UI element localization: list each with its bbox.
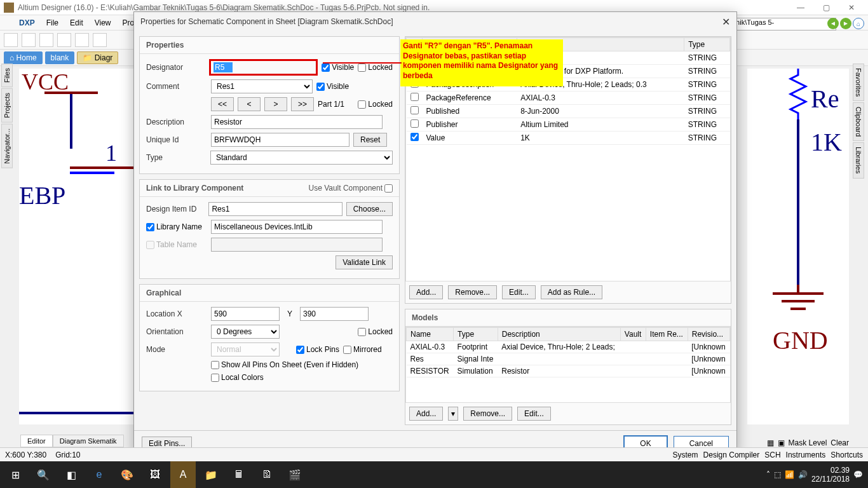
param-add-button[interactable]: Add...	[409, 285, 443, 299]
path-combo[interactable]: Teknik\Tugas 5-	[722, 18, 836, 30]
side-tab-projects[interactable]: Projects	[1, 88, 13, 123]
tray-notifications-icon[interactable]: 💬	[853, 470, 863, 479]
menu-view[interactable]: View	[90, 17, 116, 29]
table-row[interactable]: PackageReferenceAXIAL-0.3STRING	[407, 92, 730, 105]
toolbar-pan-icon[interactable]	[93, 33, 107, 47]
table-row[interactable]: Published8-Jun-2000STRING	[407, 105, 730, 118]
dialog-close-icon[interactable]: ✕	[722, 16, 730, 28]
show-all-pins-check[interactable]: Show All Pins On Sheet (Even if Hidden)	[211, 360, 358, 369]
tray-wifi-icon[interactable]: 📶	[785, 470, 794, 479]
schematic-canvas-left[interactable]: VCC 1 EBP	[19, 69, 133, 424]
row-visible-check[interactable]	[410, 133, 419, 141]
library-name-check[interactable]: Library Name	[146, 222, 207, 231]
part-last-button[interactable]: >>	[291, 97, 314, 111]
edge-icon[interactable]: e	[86, 461, 112, 488]
search-icon[interactable]: 🔍	[31, 461, 56, 488]
tab-diagram[interactable]: Diagram Skematik	[53, 435, 124, 447]
tray-action-icon[interactable]: ⬚	[774, 470, 781, 479]
validate-link-button[interactable]: Validate Link	[336, 255, 393, 269]
menu-edit[interactable]: Edit	[65, 17, 88, 29]
model-edit-button[interactable]: Edit...	[517, 407, 551, 421]
table-row[interactable]: PublisherAltium LimitedSTRING	[407, 118, 730, 132]
side-tab-libraries[interactable]: Libraries	[853, 142, 864, 178]
design-item-id-input[interactable]	[208, 202, 342, 216]
row-visible-check[interactable]	[410, 93, 419, 101]
choose-button[interactable]: Choose...	[346, 202, 393, 216]
model-remove-button[interactable]: Remove...	[463, 407, 512, 421]
nav-back-icon[interactable]: ◄	[827, 18, 839, 29]
side-tab-favorites[interactable]: Favorites	[853, 64, 864, 101]
toolbar-new-icon[interactable]	[4, 33, 18, 47]
side-tab-files[interactable]: Files	[1, 64, 13, 87]
models-table-scroll[interactable]: Name Type Description Vault Item Re... R…	[405, 327, 731, 403]
expand-icon[interactable]: ▣	[778, 438, 785, 447]
status-shortcuts[interactable]: Shortcuts	[831, 451, 863, 459]
model-add-dropdown-icon[interactable]: ▾	[448, 407, 458, 421]
paint-icon[interactable]: 🎨	[114, 461, 140, 488]
table-row[interactable]: Value1KSTRING	[407, 132, 730, 145]
param-edit-button[interactable]: Edit...	[502, 285, 536, 299]
status-instruments[interactable]: Instruments	[786, 451, 826, 459]
schematic-canvas-right[interactable]: Re 1K GND	[747, 69, 849, 424]
mcol-type[interactable]: Type	[454, 328, 498, 341]
photos-icon[interactable]: 🖼	[142, 461, 168, 488]
designator-input[interactable]	[214, 62, 233, 72]
uniqueid-input[interactable]	[211, 133, 349, 147]
designator-visible-check[interactable]: Visible	[322, 63, 354, 72]
orientation-select[interactable]: 0 Degrees	[211, 325, 280, 339]
clear-button[interactable]: Clear	[831, 438, 849, 447]
param-add-rule-button[interactable]: Add as Rule...	[541, 285, 602, 299]
tray-up-icon[interactable]: ˄	[766, 470, 770, 479]
comment-visible-check[interactable]: Visible	[316, 82, 349, 91]
part-first-button[interactable]: <<	[211, 97, 234, 111]
table-row[interactable]: RESISTORSimulationResistor[Unknown	[407, 365, 730, 377]
calculator-icon[interactable]: 🖩	[226, 461, 252, 488]
menu-file[interactable]: File	[41, 17, 64, 29]
table-row[interactable]: ResSignal Inte[Unknown	[407, 353, 730, 365]
designator-locked-check[interactable]: Locked	[358, 63, 393, 72]
mcol-item[interactable]: Item Re...	[646, 328, 688, 341]
location-x-input[interactable]	[211, 307, 280, 321]
reset-button[interactable]: Reset	[353, 133, 387, 147]
toolbar-save-icon[interactable]	[39, 33, 53, 47]
mcol-desc[interactable]: Description	[498, 328, 620, 341]
lock-pins-check[interactable]: Lock Pins	[296, 345, 339, 354]
minimize-button[interactable]: —	[788, 0, 813, 15]
nav-fwd-icon[interactable]: ►	[840, 18, 851, 29]
mcol-rev[interactable]: Revisio...	[688, 328, 729, 341]
start-icon[interactable]: ⊞	[3, 461, 28, 488]
toolbar-print-icon[interactable]	[57, 33, 71, 47]
nav-home-icon[interactable]: ⌂	[853, 18, 864, 29]
part-prev-button[interactable]: <	[238, 97, 261, 111]
maximize-button[interactable]: ▢	[813, 0, 839, 15]
close-button[interactable]: ✕	[839, 0, 864, 15]
status-system[interactable]: System	[673, 451, 698, 459]
menu-dxp[interactable]: DXP	[14, 17, 40, 29]
crumb-blank[interactable]: blank	[45, 51, 75, 64]
side-tab-clipboard[interactable]: Clipboard	[853, 102, 864, 141]
library-name-input[interactable]	[211, 220, 383, 234]
clock[interactable]: 02.39 22/11/2018	[811, 466, 850, 484]
tab-editor[interactable]: Editor	[20, 435, 53, 447]
row-visible-check[interactable]	[410, 106, 419, 114]
image-icon[interactable]: 🖻	[254, 461, 280, 488]
location-y-input[interactable]	[300, 307, 369, 321]
tray-volume-icon[interactable]: 🔊	[798, 470, 808, 479]
video-icon[interactable]: 🎬	[282, 461, 308, 488]
toolbar-zoom-icon[interactable]	[75, 33, 89, 47]
use-vault-check[interactable]: Use Vault Component	[308, 184, 393, 193]
taskview-icon[interactable]: ◧	[58, 461, 84, 488]
crumb-home[interactable]: ⌂ Home	[4, 51, 43, 64]
status-sch[interactable]: SCH	[764, 451, 780, 459]
local-colors-check[interactable]: Local Colors	[211, 373, 264, 382]
param-remove-button[interactable]: Remove...	[448, 285, 497, 299]
side-tab-navigator[interactable]: Navigator...	[1, 124, 13, 168]
part-locked-check[interactable]: Locked	[358, 100, 393, 109]
explorer-icon[interactable]: 📁	[198, 461, 224, 488]
status-design-compiler[interactable]: Design Compiler	[703, 451, 760, 459]
mcol-name[interactable]: Name	[407, 328, 454, 341]
part-next-button[interactable]: >	[264, 97, 287, 111]
thumb-icon[interactable]: ▦	[767, 438, 774, 447]
graphical-locked-check[interactable]: Locked	[358, 327, 393, 336]
mirrored-check[interactable]: Mirrored	[343, 345, 382, 354]
